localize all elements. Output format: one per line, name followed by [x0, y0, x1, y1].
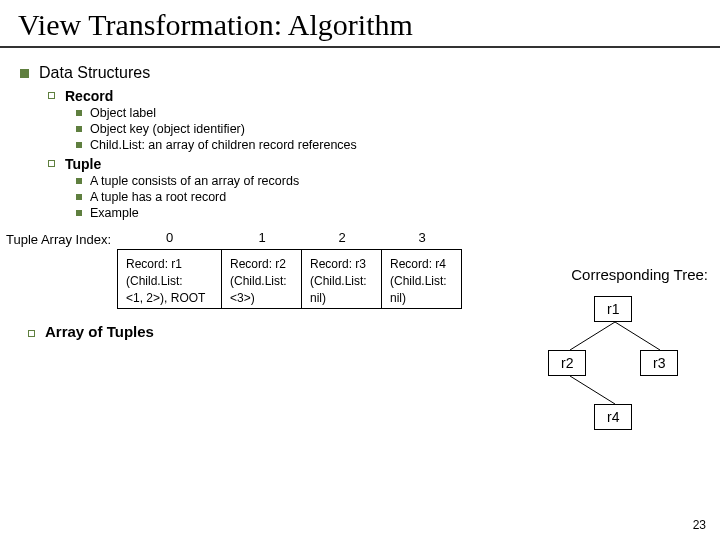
svg-line-0 — [570, 322, 615, 350]
index-cell: 0 — [117, 230, 222, 245]
corresponding-tree-label: Corresponding Tree: — [571, 266, 708, 283]
index-cell: 1 — [222, 230, 302, 245]
bullet-record-item: Child.List: an array of children record … — [76, 138, 700, 152]
svg-line-1 — [615, 322, 660, 350]
square-outline-icon — [28, 330, 35, 337]
tuple-table: Record: r1 (Child.List: <1, 2>), ROOT Re… — [117, 249, 462, 309]
index-cell: 2 — [302, 230, 382, 245]
bullet-data-structures: Data Structures — [20, 64, 700, 82]
square-icon — [76, 126, 82, 132]
slide-content: Data Structures Record Object label Obje… — [0, 48, 720, 220]
tuple-cell: Record: r4 (Child.List: nil) — [382, 249, 462, 309]
text-array-of-tuples: Array of Tuples — [45, 323, 154, 340]
index-cell: 3 — [382, 230, 462, 245]
page-number: 23 — [693, 518, 706, 532]
svg-line-2 — [570, 376, 615, 404]
tree-node-r1: r1 — [594, 296, 632, 322]
tuple-index-row: 0 1 2 3 — [117, 230, 462, 245]
tree-node-r3: r3 — [640, 350, 678, 376]
text-record: Record — [65, 88, 113, 104]
tuple-cell: Record: r2 (Child.List: <3>) — [222, 249, 302, 309]
square-outline-icon — [48, 160, 55, 167]
tree-node-r4: r4 — [594, 404, 632, 430]
slide-title: View Transformation: Algorithm — [0, 0, 720, 48]
bullet-tuple-item: A tuple consists of an array of records — [76, 174, 700, 188]
square-icon — [20, 69, 29, 78]
bullet-tuple: Tuple — [48, 156, 700, 172]
tuple-cell: Record: r3 (Child.List: nil) — [302, 249, 382, 309]
bullet-tuple-item: A tuple has a root record — [76, 190, 700, 204]
bullet-record-item: Object key (object identifier) — [76, 122, 700, 136]
bullet-record-item: Object label — [76, 106, 700, 120]
text-tuple: Tuple — [65, 156, 101, 172]
square-outline-icon — [48, 92, 55, 99]
bullet-tuple-item: Example — [76, 206, 700, 220]
tuple-cell: Record: r1 (Child.List: <1, 2>), ROOT — [117, 249, 222, 309]
tuple-array-wrapper: 0 1 2 3 Record: r1 (Child.List: <1, 2>),… — [117, 230, 462, 309]
square-icon — [76, 178, 82, 184]
square-icon — [76, 110, 82, 116]
square-icon — [76, 142, 82, 148]
tree-diagram: r1 r2 r3 r4 — [530, 296, 700, 456]
text-data-structures: Data Structures — [39, 64, 150, 82]
bullet-record: Record — [48, 88, 700, 104]
square-icon — [76, 194, 82, 200]
tree-node-r2: r2 — [548, 350, 586, 376]
square-icon — [76, 210, 82, 216]
tuple-array-label: Tuple Array Index: — [6, 230, 117, 247]
